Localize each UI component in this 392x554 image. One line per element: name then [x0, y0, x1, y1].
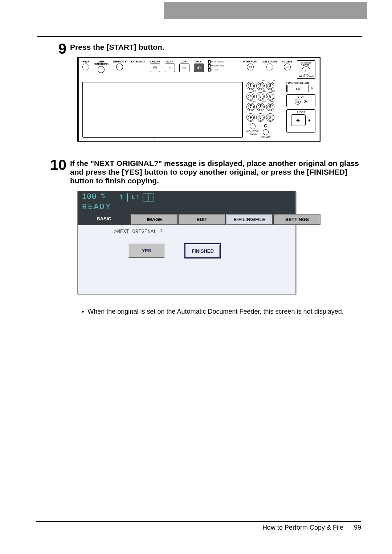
key-1[interactable]: 1 [246, 82, 255, 90]
note-text: When the original is set on the Automati… [87, 307, 343, 317]
page-number: 99 [354, 524, 361, 531]
circle-icon [266, 64, 273, 70]
key-5[interactable]: JKL5 [256, 92, 265, 101]
function-clear-button[interactable]: FC ✎ [286, 85, 315, 92]
note-list: • When the original is set on the Automa… [82, 307, 362, 317]
keypad: 1 ABC2 DEF3 GHI4 JKL5 MNO6 PQRS7 TUV8 WX… [246, 82, 283, 138]
key-4[interactable]: GHI4 [246, 92, 255, 101]
circle-icon [98, 66, 105, 73]
eraser-icon: ✎ [310, 86, 315, 91]
key-7[interactable]: PQRS7 [246, 103, 255, 111]
energy-saver-button[interactable]: ENERGY SAVER ☾ SHUT DOWN [297, 60, 315, 79]
stop-icon-2: ⊘ [303, 99, 307, 104]
tab-efiling-file[interactable]: E-FILING/FILE [226, 214, 273, 225]
key-3[interactable]: DEF3 [266, 82, 274, 90]
stop-button[interactable]: STOP ⊘ ⊘ [286, 94, 315, 107]
lcd-screenshot: 100 % 1 LT READY BASIC IMAGE EDIT [77, 191, 296, 294]
extension-button[interactable]: EXTENSION [131, 60, 145, 70]
status-leds: PRINT DATA MEMORY RX L1 L2 [208, 60, 225, 72]
efiling-button[interactable]: e-FILING ✉ [150, 60, 160, 72]
tab-edit[interactable]: EDIT [179, 214, 225, 225]
scan-button[interactable]: SCAN ⌂ [165, 60, 175, 72]
clear-c-button[interactable]: C CLEAR [261, 123, 270, 138]
copy-icon: ▭ [179, 64, 189, 72]
circle-icon [250, 123, 256, 129]
content-divider [37, 36, 362, 37]
efiling-icon: ✉ [150, 64, 160, 72]
status-ready: READY [78, 203, 295, 214]
next-original-prompt: >NEXT ORIGINAL ? [114, 229, 281, 235]
diamond-icon: ◈ [291, 114, 306, 126]
tab-bar: BASIC IMAGE EDIT E-FILING/FILE SETTINGS [78, 214, 295, 225]
key-8[interactable]: TUV8 [256, 103, 265, 111]
bullet-icon: • [82, 307, 84, 317]
key-hash[interactable]: # [266, 113, 274, 122]
step-10: 10 If the "NEXT ORIGINAL?" message is di… [37, 156, 362, 317]
key-icon: ⊸ [284, 64, 291, 70]
book-icon [143, 194, 154, 201]
key-2[interactable]: ABC2 [256, 82, 265, 90]
step-number: 9 [37, 40, 66, 142]
header-gray-bar [164, 2, 367, 19]
circle-icon [116, 64, 123, 70]
step-number: 10 [37, 156, 66, 317]
help-icon [82, 64, 89, 70]
monitor-pause-button[interactable]: MONITOR/ PAUSE [246, 123, 259, 135]
tab-settings[interactable]: SETTINGS [274, 214, 320, 225]
tab-image[interactable]: IMAGE [131, 214, 178, 225]
interrupt-icon: ⟲ [247, 64, 254, 70]
lcd-screen [82, 82, 243, 138]
zoom-value: 100 [82, 192, 97, 201]
help-button[interactable]: HELP [82, 60, 89, 70]
fax-button[interactable]: FAX ✆ [194, 60, 204, 72]
copy-button[interactable]: COPY ▭ [179, 60, 189, 72]
access-button[interactable]: ACCESS ⊸ [282, 60, 293, 70]
yes-button[interactable]: YES [128, 243, 164, 258]
finished-button[interactable]: FINISHED [184, 243, 221, 258]
user-functions-button[interactable]: USER FUNCTIONS [94, 60, 109, 73]
start-button[interactable]: START ◈ ◈ [286, 109, 315, 133]
step-title: Press the [START] button. [70, 43, 362, 52]
step-9: 9 Press the [START] button. HELP USER FU… [37, 40, 362, 142]
key-0[interactable]: 0 [256, 113, 265, 122]
key-star[interactable]: ✱ [246, 113, 255, 122]
control-panel: HELP USER FUNCTIONS TEMPLATE [77, 57, 320, 142]
diamond-icon: ◈ [308, 118, 311, 123]
fax-icon: ✆ [194, 64, 204, 72]
stop-icon: ⊘ [295, 99, 301, 105]
page-footer: How to Perform Copy & File 99 [36, 521, 361, 531]
footer-label: How to Perform Copy & File [262, 524, 343, 531]
function-clear-label: FUNCTION CLEAR [286, 82, 315, 84]
circle-icon [263, 129, 269, 135]
percent-label: % [101, 193, 105, 199]
copy-count: 1 [119, 193, 123, 201]
moon-icon: ☾ [302, 66, 310, 75]
interrupt-button[interactable]: INTERRUPT ⟲ [243, 60, 257, 70]
tab-basic[interactable]: BASIC [78, 214, 130, 225]
template-button[interactable]: TEMPLATE [113, 60, 126, 70]
key-6[interactable]: MNO6 [266, 92, 274, 101]
step-title: If the "NEXT ORIGINAL?" message is displ… [70, 159, 362, 185]
paper-size: LT [131, 194, 139, 201]
page-content: 9 Press the [START] button. HELP USER FU… [37, 40, 362, 331]
scan-icon: ⌂ [165, 64, 175, 72]
job-status-button[interactable]: JOB STATUS [262, 60, 277, 70]
key-9[interactable]: WXYZ9 [266, 103, 274, 111]
